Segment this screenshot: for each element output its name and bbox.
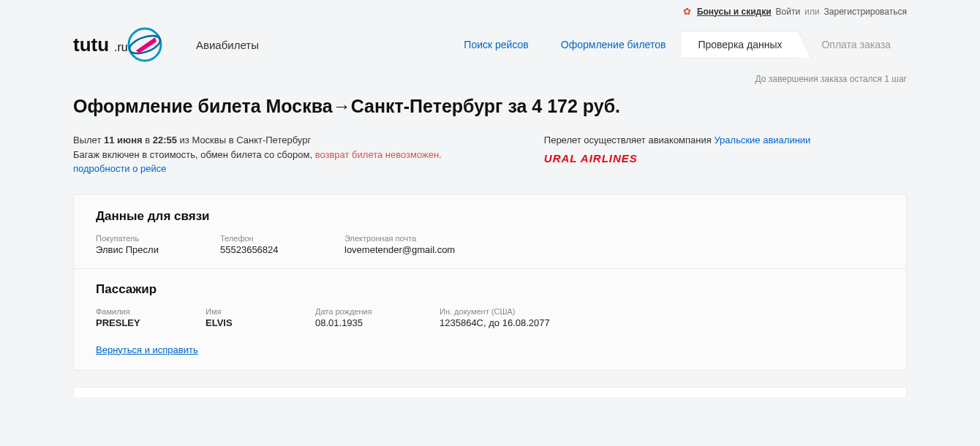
- email-label: Электронная почта: [344, 234, 455, 243]
- airline-info: Перелет осуществляет авиакомпания Уральс…: [544, 133, 811, 176]
- passenger-row: Фамилия PRESLEY Имя ELVIS Дата рождения …: [96, 307, 884, 328]
- surname-label: Фамилия: [96, 307, 162, 316]
- gift-icon: ✿: [683, 6, 691, 17]
- phone-block: Телефон 55523656824: [220, 234, 301, 255]
- buyer-label: Покупатель: [96, 234, 176, 243]
- review-panel: Данные для связи Покупатель Элвис Пресли…: [73, 194, 907, 371]
- airline-link[interactable]: Уральские авиалинии: [714, 135, 810, 145]
- departure-time: 22:55: [153, 135, 177, 145]
- wizard-step-booking[interactable]: Оформление билетов: [545, 31, 682, 58]
- name-value: ELVIS: [206, 317, 271, 328]
- tutu-logo: tutu .ru: [73, 26, 183, 64]
- wizard-step-review: Проверка данных: [682, 31, 798, 58]
- baggage-text: Багаж включен в стоимость, обмен билета …: [73, 149, 315, 160]
- svg-text:tutu: tutu: [73, 34, 109, 56]
- dob-value: 08.01.1935: [315, 317, 396, 328]
- noreturn-text: возврат билета невозможен.: [315, 149, 442, 160]
- doc-label: Ин. документ (США): [440, 307, 550, 316]
- arrow-right-icon: →: [333, 96, 351, 116]
- login-link[interactable]: Войти: [776, 7, 801, 17]
- operated-by-text: Перелет осуществляет авиакомпания: [544, 135, 715, 145]
- wizard: Поиск рейсов Оформление билетов Проверка…: [448, 31, 907, 58]
- surname-block: Фамилия PRESLEY: [96, 307, 162, 328]
- buyer-value: Элвис Пресли: [96, 244, 176, 255]
- header: tutu .ru Авиабилеты Поиск рейсов Оформле…: [0, 20, 980, 72]
- dob-block: Дата рождения 08.01.1935: [315, 307, 396, 328]
- name-block: Имя ELVIS: [206, 307, 271, 328]
- doc-block: Ин. документ (США) 1235864С, до 16.08.20…: [440, 307, 550, 328]
- top-bar: ✿ Бонусы и скидки Войти или Зарегистриро…: [0, 0, 980, 20]
- email-block: Электронная почта lovemetender@gmail.com: [344, 234, 455, 255]
- divider: [74, 268, 906, 269]
- surname-value: PRESLEY: [96, 317, 162, 328]
- page-title: Оформление билета Москва→Санкт-Петербург…: [73, 96, 907, 117]
- wizard-step-search[interactable]: Поиск рейсов: [448, 31, 544, 58]
- phone-value: 55523656824: [220, 244, 301, 255]
- wizard-step-payment: Оплата заказа: [805, 31, 907, 58]
- departure-at: в: [143, 135, 153, 145]
- bonus-link[interactable]: Бонусы и скидки: [697, 7, 772, 17]
- flight-summary: Вылет 11 июня в 22:55 из Москвы в Санкт-…: [73, 133, 442, 176]
- passenger-heading: Пассажир: [96, 282, 884, 297]
- phone-label: Телефон: [220, 234, 301, 243]
- contact-row: Покупатель Элвис Пресли Телефон 55523656…: [96, 234, 884, 255]
- title-to: Санкт-Петербург: [351, 96, 503, 116]
- contact-heading: Данные для связи: [96, 209, 884, 224]
- title-price: за 4 172 руб.: [502, 96, 620, 116]
- flight-info: Вылет 11 июня в 22:55 из Москвы в Санкт-…: [73, 133, 907, 176]
- logo-block[interactable]: tutu .ru: [73, 26, 183, 64]
- section-label: Авиабилеты: [196, 39, 259, 51]
- steps-remaining: До завершения заказа остался 1 шаг: [0, 72, 980, 96]
- departure-prefix: Вылет: [73, 135, 104, 145]
- svg-text:.ru: .ru: [114, 41, 128, 53]
- content: Оформление билета Москва→Санкт-Петербург…: [0, 96, 980, 397]
- auth-separator: или: [804, 7, 819, 17]
- ural-airlines-logo: URAL AIRLINES: [544, 151, 811, 167]
- title-prefix: Оформление билета: [73, 96, 266, 116]
- back-edit-link[interactable]: Вернуться и исправить: [96, 344, 198, 355]
- dob-label: Дата рождения: [315, 307, 396, 316]
- doc-value: 1235864С, до 16.08.2077: [440, 317, 550, 328]
- email-value: lovemetender@gmail.com: [344, 244, 455, 255]
- register-link[interactable]: Зарегистрироваться: [824, 7, 907, 17]
- next-panel-peek: [73, 387, 907, 397]
- departure-date: 11 июня: [104, 135, 143, 145]
- name-label: Имя: [206, 307, 271, 316]
- title-from: Москва: [266, 96, 333, 116]
- flight-details-link[interactable]: подробности о рейсе: [73, 163, 167, 174]
- departure-route: из Москвы в Санкт-Петербург: [177, 135, 311, 145]
- buyer-block: Покупатель Элвис Пресли: [96, 234, 176, 255]
